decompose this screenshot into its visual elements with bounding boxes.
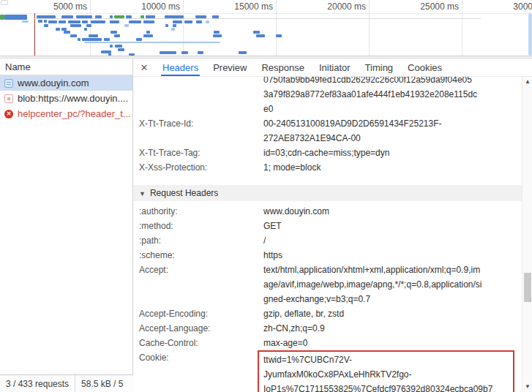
header-key: X-Xss-Protection:: [139, 160, 263, 175]
tab-preview[interactable]: Preview: [206, 59, 254, 76]
collapse-triangle-icon: ▼: [139, 190, 146, 197]
request-headers-section-header[interactable]: ▼Request Headers: [133, 185, 522, 201]
ruler-tick-label: 5000 ms: [53, 1, 87, 12]
request-name-label: www.douyin.com: [18, 78, 89, 88]
waterfall-bar: [56, 28, 60, 31]
tab-cookies[interactable]: Cookies: [400, 59, 449, 76]
waterfall-bar: [48, 20, 57, 23]
tab-initiator[interactable]: Initiator: [312, 59, 358, 76]
header-row: :method:GET: [139, 219, 522, 233]
header-row: :authority:www.douyin.com: [139, 204, 522, 219]
waterfall-bar: [91, 20, 105, 23]
header-key: Accept-Encoding:: [139, 306, 263, 321]
header-value-line: IoP1s%7C1711553825%7Cefdcf976392d80324ec…: [263, 382, 509, 392]
waterfall-bar: [38, 20, 42, 23]
waterfall-bar: [165, 15, 184, 18]
transferred-size: 58.5 kB / 5: [75, 375, 129, 392]
waterfall-bar: [136, 38, 142, 41]
waterfall-bar: [146, 31, 150, 34]
detail-scrollbar[interactable]: ▲ ▼: [522, 77, 532, 392]
waterfall-bar: [141, 15, 144, 18]
header-value: text/html,application/xhtml+xml,applicat…: [263, 263, 482, 306]
waterfall-bar: [253, 31, 260, 34]
header-value-line: id=03;cdn-cache=miss;type=dyn: [263, 146, 389, 160]
scrollbar-thumb[interactable]: [524, 273, 531, 302]
timeline-gridline: [183, 0, 184, 56]
waterfall-bar: [114, 34, 120, 37]
waterfall-bar: [110, 31, 117, 34]
request-detail-pane: ✕ HeadersPreviewResponseInitiatorTimingC…: [133, 59, 532, 392]
request-name-label: blob:https://www.douyin....: [18, 93, 128, 104]
header-value-line: GET: [263, 219, 282, 233]
network-overview[interactable]: 5000 ms10000 ms15000 ms20000 ms25000 ms3…: [0, 0, 532, 56]
header-value-line: 272AE8732A1E94CA-00: [263, 131, 442, 146]
header-key: Accept-Language:: [139, 321, 263, 336]
header-value: /: [263, 233, 266, 248]
request-row[interactable]: helpcenter_pc/?header_t...: [0, 106, 132, 121]
header-value-line: text/html,application/xhtml+xml,applicat…: [263, 263, 482, 277]
scroll-up-icon[interactable]: ▲: [522, 77, 532, 87]
error-icon: [4, 110, 13, 118]
tab-response[interactable]: Response: [254, 59, 312, 76]
header-row: Cookie:ttwid=1%7CUBCn72V-JyumfaxM0koCx8P…: [139, 350, 522, 392]
header-value: id=03;cdn-cache=miss;type=dyn: [263, 146, 389, 160]
document-icon: [4, 79, 13, 88]
waterfall-bar: [143, 20, 154, 23]
header-key: [139, 77, 263, 116]
waterfall-bar: [110, 15, 113, 18]
ruler-tick-label: 10000 ms: [141, 1, 180, 12]
waterfall-bar: [213, 34, 222, 37]
waterfall-bar: [76, 15, 92, 18]
request-list-pane: Name www.douyin.comblob:https://www.douy…: [0, 59, 133, 392]
request-name-label: helpcenter_pc/?header_t...: [18, 108, 131, 119]
waterfall-bar: [68, 20, 80, 23]
header-value: 0750fab9bb49fed1cdb26292c26c00f12a59da9f…: [263, 77, 477, 116]
scroll-down-icon[interactable]: ▼: [522, 382, 532, 392]
waterfall-bar: [173, 20, 182, 23]
name-column-header[interactable]: Name: [0, 59, 132, 75]
overview-baseline: [34, 18, 481, 19]
header-value: gzip, deflate, br, zstd: [263, 306, 344, 321]
header-value-line: 0750fab9bb49fed1cdb26292c26c00f12a59da9f…: [263, 77, 477, 87]
request-row[interactable]: www.douyin.com: [0, 75, 132, 91]
waterfall-bar: [70, 34, 77, 37]
waterfall-bar: [110, 20, 119, 23]
tab-headers[interactable]: Headers: [155, 59, 206, 76]
network-status-bar: 3 / 433 requests 58.5 kB / 5: [0, 374, 133, 392]
overview-corner-box: [1, 0, 8, 5]
header-row: Accept:text/html,application/xhtml+xml,a…: [139, 263, 522, 306]
waterfall-bar: [114, 15, 124, 18]
tab-timing[interactable]: Timing: [358, 59, 401, 76]
waterfall-bar: [173, 24, 176, 27]
header-key: :scheme:: [139, 248, 263, 263]
waterfall-bar: [110, 45, 113, 48]
waterfall-bar: [4, 15, 27, 20]
header-value-line: 1; mode=block: [263, 160, 321, 175]
waterfall-bar: [198, 51, 203, 54]
header-value: https: [263, 248, 282, 263]
waterfall-bar: [276, 34, 282, 37]
waterfall-bar: [104, 38, 110, 41]
header-row: X-Tt-Trace-Id:00-240513100819AD9D2D65914…: [139, 116, 522, 146]
waterfall-bar: [82, 38, 102, 41]
close-icon[interactable]: ✕: [133, 59, 155, 76]
header-value-line: 00-240513100819AD9D2D6591434F25213F-: [263, 116, 442, 131]
ruler-tick-label: 25000 ms: [420, 1, 459, 12]
detail-tabbar: ✕ HeadersPreviewResponseInitiatorTimingC…: [133, 59, 532, 77]
waterfall-bar: [212, 15, 219, 18]
timeline-gridline: [462, 0, 462, 56]
ruler-tick-label: 30000 ms: [513, 1, 532, 12]
overview-right-edge: [528, 13, 532, 56]
ruler-tick-label: 20000 ms: [327, 1, 366, 12]
request-row[interactable]: blob:https://www.douyin....: [0, 91, 132, 106]
timeline-gridline: [276, 0, 277, 56]
waterfall-bar: [61, 15, 73, 18]
waterfall-bar: [22, 20, 29, 23]
blob-icon: [4, 94, 13, 103]
header-value-line: www.douyin.com: [263, 204, 329, 219]
header-value: GET: [263, 219, 282, 233]
waterfall-bar: [70, 24, 81, 27]
waterfall-bar: [195, 15, 206, 18]
load-event-line: [34, 13, 35, 56]
waterfall-bar: [239, 51, 247, 54]
